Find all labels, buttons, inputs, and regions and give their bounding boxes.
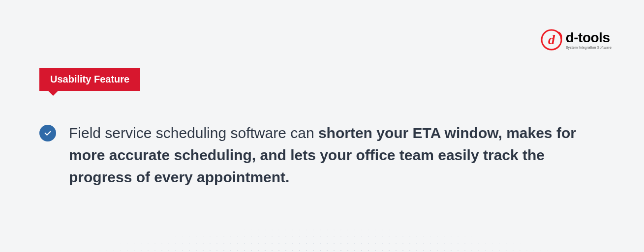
feature-description: Field service scheduling software can sh…	[69, 122, 610, 188]
check-circle-icon	[39, 125, 56, 141]
feature-description-lead: Field service scheduling software can	[69, 125, 318, 141]
brand-name: d-tools	[566, 31, 612, 45]
brand-mark-icon: d	[540, 28, 563, 51]
feature-content: Field service scheduling software can sh…	[39, 122, 610, 188]
feature-badge: Usability Feature	[39, 68, 140, 91]
brand-tagline: System Integration Software	[566, 46, 612, 49]
svg-text:d: d	[548, 32, 555, 47]
feature-badge-label: Usability Feature	[50, 74, 129, 84]
brand-logo: d d-tools System Integration Software	[540, 28, 612, 51]
